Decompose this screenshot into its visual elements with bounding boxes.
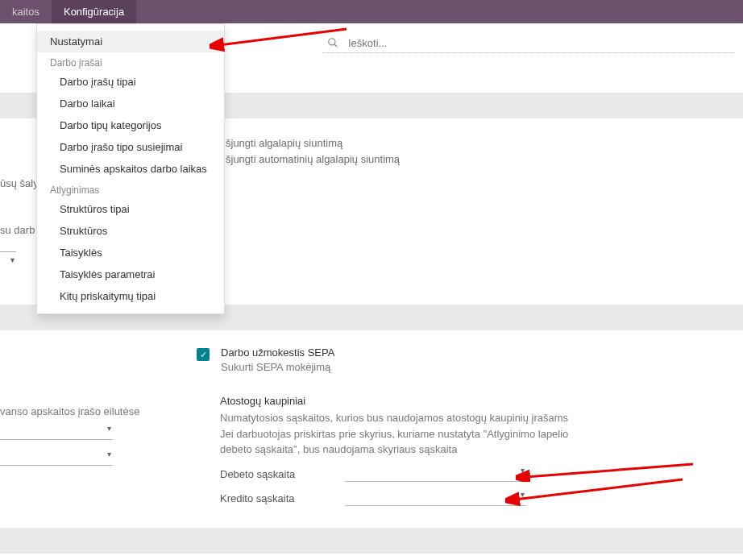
holiday-title: Atostogų kaupiniai <box>220 395 591 407</box>
left-advance-block: vanso apskaitos įrašo eilutėse <box>0 405 139 477</box>
menu-structures[interactable]: Struktūros <box>37 220 224 242</box>
holiday-desc2: Jei darbuotojas priskirtas prie skyrius,… <box>220 426 591 458</box>
holiday-section: Atostogų kaupiniai Numatytosios sąskaito… <box>220 395 591 506</box>
svg-line-1 <box>334 44 338 48</box>
menu-other-accruals[interactable]: Kitų priskaitymų tipai <box>37 285 224 307</box>
holiday-desc1: Numatytosios sąskaitos, kurios bus naudo… <box>220 410 591 426</box>
credit-row: Kredito sąskaita <box>220 492 591 506</box>
menu-work-categories[interactable]: Darbo tipų kategorijos <box>37 114 224 136</box>
menu-rule-params[interactable]: Taisyklės parametrai <box>37 263 224 285</box>
sepa-label: Darbo užmokestis SEPA <box>221 346 334 359</box>
svg-point-0 <box>329 39 335 45</box>
chevron-down-icon: ▼ <box>9 256 16 264</box>
sepa-sub: Sukurti SEPA mokėjimą <box>221 361 334 373</box>
credit-label: Kredito sąskaita <box>220 492 345 504</box>
content-band-3 <box>0 528 743 554</box>
debit-row: Debeto sąskaita <box>220 467 591 482</box>
search-icon <box>327 37 338 52</box>
payslip-auto-label: šjungti automatinių algalapių siuntimą <box>226 153 400 165</box>
payslip-settings: šjungti algalapių siuntimą šjungti autom… <box>226 137 400 169</box>
left-fragment-2: su darb <box>0 224 35 236</box>
search-row <box>322 34 735 58</box>
debit-account-select[interactable] <box>345 467 526 482</box>
topbar: kaitos Konfigūracija <box>0 0 743 23</box>
menu-structure-types[interactable]: Struktūros tipai <box>37 198 224 220</box>
menu-group-salary: Atlyginimas <box>37 180 224 198</box>
tab-changes[interactable]: kaitos <box>0 0 52 23</box>
left-fragment-1: ūsų šaly <box>0 177 39 189</box>
sepa-row: ✓ Darbo užmokestis SEPA Sukurti SEPA mok… <box>197 346 334 373</box>
menu-group-work: Darbo įrašai <box>37 52 224 71</box>
left-dropdown-2[interactable] <box>0 451 113 466</box>
search-input[interactable] <box>322 34 735 53</box>
menu-work-mappings[interactable]: Darbo įrašo tipo susiejimai <box>37 136 224 158</box>
config-dropdown: Nustatymai Darbo įrašai Darbo įrašų tipa… <box>36 23 225 314</box>
menu-work-times[interactable]: Darbo laikai <box>37 93 224 114</box>
menu-rules[interactable]: Taisyklės <box>37 242 224 263</box>
left-advance-title: vanso apskaitos įrašo eilutėse <box>0 405 139 417</box>
menu-settings[interactable]: Nustatymai <box>37 31 224 52</box>
menu-work-types[interactable]: Darbo įrašų tipai <box>37 71 224 93</box>
credit-account-select[interactable] <box>345 492 526 506</box>
sepa-checkbox[interactable]: ✓ <box>197 348 210 361</box>
debit-label: Debeto sąskaita <box>220 468 345 480</box>
small-dropdown-1[interactable]: ▼ <box>0 251 16 268</box>
menu-cumulative-time[interactable]: Suminės apskaitos darbo laikas <box>37 158 224 180</box>
payslip-toggle-label: šjungti algalapių siuntimą <box>226 137 400 149</box>
left-dropdown-1[interactable] <box>0 425 113 440</box>
tab-configuration[interactable]: Konfigūracija <box>52 0 136 23</box>
